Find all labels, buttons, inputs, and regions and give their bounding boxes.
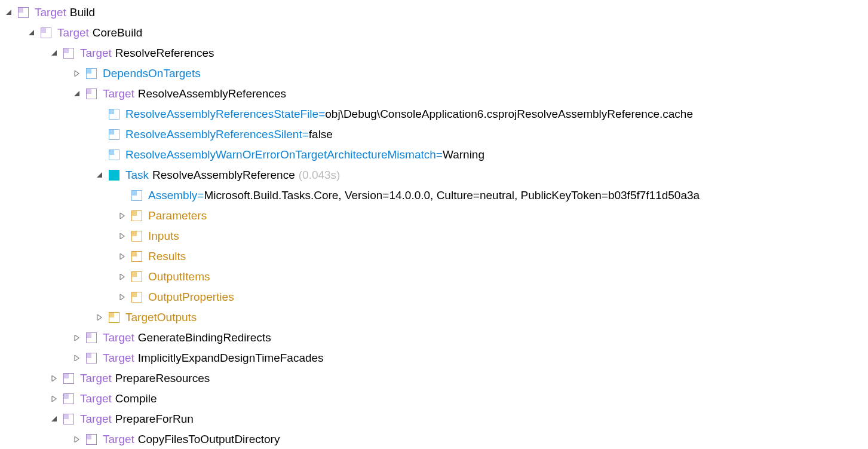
target-genbinding[interactable]: TargetGenerateBindingRedirects (5, 328, 863, 348)
target-corebuild[interactable]: TargetCoreBuild (5, 23, 863, 43)
expand-toggle-collapsed[interactable] (96, 314, 104, 320)
target-resolverefs[interactable]: TargetResolveReferences (5, 43, 863, 63)
tree-item-text: Warning (443, 145, 484, 164)
orange-square-icon (131, 210, 142, 221)
tree-item-text: ResolveAssemblyReferences (138, 84, 286, 103)
orange-square-icon (131, 271, 142, 282)
tree-item-text: Microsoft.Build.Tasks.Core, Version=14.0… (204, 185, 700, 205)
tree-item-text: CoreBuild (93, 23, 142, 42)
tree-item-text: Target (103, 84, 134, 103)
expand-toggle-collapsed[interactable] (73, 355, 81, 361)
tree-item-text: ImplicitlyExpandDesignTimeFacades (138, 348, 324, 368)
blue-square-icon (109, 149, 119, 160)
expand-toggle-expanded[interactable] (50, 50, 59, 56)
purple-square-icon (86, 434, 97, 445)
tree-item-text: = (436, 145, 443, 164)
expand-toggle-collapsed[interactable] (118, 213, 127, 219)
tree-item-text: Inputs (148, 226, 179, 246)
tree-item-text: TargetOutputs (125, 307, 197, 327)
tree-item-text: Parameters (148, 206, 207, 225)
tree-item-text: Target (103, 429, 134, 449)
expand-toggle-collapsed[interactable] (118, 253, 127, 259)
tree-item-text: (0.043s) (299, 165, 341, 185)
blue-square-icon (109, 129, 119, 140)
tree-item-text: ResolveReferences (115, 43, 214, 63)
target-resolveassemblyrefs[interactable]: TargetResolveAssemblyReferences (5, 84, 863, 104)
prop-statefile[interactable]: ResolveAssemblyReferencesStateFile = obj… (5, 104, 863, 124)
expand-toggle-collapsed[interactable] (73, 71, 81, 77)
folder-inputs[interactable]: Inputs (5, 226, 863, 246)
dependsontargets[interactable]: DependsOnTargets (5, 63, 863, 84)
blue-square-icon (86, 68, 97, 79)
tree-item-text: Target (80, 368, 112, 388)
tree-item-text: Target (103, 348, 134, 368)
tree-item-text: Target (80, 409, 112, 429)
expand-toggle-collapsed[interactable] (73, 335, 81, 341)
tree-item-text: ResolveAssemblyReferencesSilent (125, 124, 302, 144)
tree-item-text: Compile (115, 389, 157, 408)
tree-item-text: GenerateBindingRedirects (138, 328, 271, 347)
orange-square-icon (131, 231, 142, 242)
tree-item-text: OutputProperties (148, 287, 234, 307)
orange-square-icon (131, 251, 142, 262)
blue-square-icon (109, 109, 119, 120)
expand-toggle-expanded[interactable] (73, 91, 81, 97)
tree-item-text: false (309, 124, 333, 144)
folder-results[interactable]: Results (5, 246, 863, 267)
expand-toggle-expanded[interactable] (50, 416, 59, 422)
target-prepres[interactable]: TargetPrepareResources (5, 368, 863, 389)
folder-targetoutputs[interactable]: TargetOutputs (5, 307, 863, 328)
expand-toggle-expanded[interactable] (5, 10, 13, 16)
tree-item-text: Assembly (148, 185, 197, 205)
orange-square-icon (131, 292, 142, 303)
blue-square-icon (131, 190, 142, 201)
orange-square-icon (109, 312, 119, 323)
tree-item-text: Target (57, 23, 89, 42)
tree-item-text: DependsOnTargets (103, 63, 201, 83)
expand-toggle-collapsed[interactable] (118, 233, 127, 239)
expand-toggle-collapsed[interactable] (50, 396, 59, 402)
tree-item-text: Target (80, 43, 112, 63)
expand-toggle-collapsed[interactable] (118, 294, 127, 300)
tree-item-text: Target (35, 2, 66, 22)
target-implexpand[interactable]: TargetImplicitlyExpandDesignTimeFacades (5, 348, 863, 368)
expand-toggle-collapsed[interactable] (73, 436, 81, 442)
tree-item-text: Target (103, 328, 134, 347)
expand-toggle-expanded[interactable] (27, 30, 36, 36)
folder-parameters[interactable]: Parameters (5, 206, 863, 226)
prop-archmismatch[interactable]: ResolveAssemblyWarnOrErrorOnTargetArchit… (5, 145, 863, 165)
task-rar[interactable]: TaskResolveAssemblyReference(0.043s) (5, 165, 863, 185)
tree-item-text: = (197, 185, 204, 205)
tree-item-text: ResolveAssemblyReference (152, 165, 295, 185)
expand-toggle-collapsed[interactable] (50, 375, 59, 381)
purple-square-icon (41, 28, 51, 38)
purple-square-icon (86, 353, 97, 364)
expand-toggle-expanded[interactable] (96, 172, 104, 178)
target-copyfiles[interactable]: TargetCopyFilesToOutputDirectory (5, 429, 863, 449)
tree-item-text: obj\Debug\ConsoleApplication6.csprojReso… (325, 104, 693, 124)
tree-item-text: OutputItems (148, 267, 210, 286)
expand-toggle-collapsed[interactable] (118, 274, 127, 280)
tree-item-text: Target (80, 389, 112, 408)
purple-square-icon (63, 48, 74, 59)
tree-item-text: Task (125, 165, 149, 185)
folder-outputprops[interactable]: OutputProperties (5, 287, 863, 307)
target-compile[interactable]: TargetCompile (5, 389, 863, 409)
tree-item-text: CopyFilesToOutputDirectory (138, 429, 280, 449)
purple-square-icon (86, 88, 97, 99)
tree-item-text: = (302, 124, 309, 144)
folder-outputitems[interactable]: OutputItems (5, 267, 863, 287)
target-build[interactable]: TargetBuild (5, 2, 863, 23)
cyan-square-icon (109, 170, 119, 181)
purple-square-icon (63, 414, 74, 424)
tree-item-text: PrepareForRun (115, 409, 194, 429)
purple-square-icon (63, 393, 74, 404)
purple-square-icon (18, 7, 29, 18)
purple-square-icon (86, 332, 97, 343)
prop-silent[interactable]: ResolveAssemblyReferencesSilent = false (5, 124, 863, 145)
tree-item-text: Build (70, 2, 95, 22)
tree-item-text: = (318, 104, 325, 124)
prop-assembly[interactable]: Assembly = Microsoft.Build.Tasks.Core, V… (5, 185, 863, 206)
tree-item-text: Results (148, 246, 186, 266)
target-prepforrun[interactable]: TargetPrepareForRun (5, 409, 863, 429)
